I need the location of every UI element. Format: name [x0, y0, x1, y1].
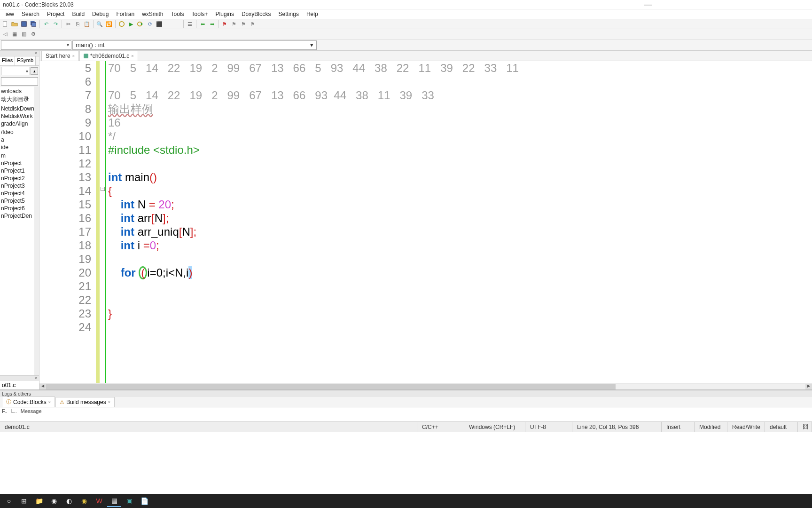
menu-doxyblocks[interactable]: DoxyBlocks	[238, 11, 275, 17]
horizontal-scrollbar[interactable]: ◀ ▶	[39, 383, 812, 389]
taskbar-app-icon[interactable]: ▣	[122, 495, 136, 507]
sidebar-tab-fsymb[interactable]: FSymb	[15, 56, 36, 65]
abort-icon[interactable]: ⬛	[155, 20, 164, 28]
buildrun-icon[interactable]	[136, 20, 145, 28]
replace-icon[interactable]: 🔁	[105, 20, 113, 28]
tree-item[interactable]: nProject1	[0, 167, 39, 175]
open-icon[interactable]	[10, 20, 19, 28]
menu-view[interactable]: iew	[2, 11, 18, 17]
paste-icon[interactable]: 📋	[83, 20, 91, 28]
fold-minus-icon[interactable]: −	[101, 187, 105, 191]
tab-start-here[interactable]: Start here ×	[41, 51, 79, 61]
tree-item[interactable]: NetdiskWork	[0, 112, 39, 120]
menu-project[interactable]: Project	[43, 11, 68, 17]
tree-item[interactable]: nProjectDen	[0, 212, 39, 220]
cut-icon[interactable]: ✂	[64, 20, 72, 28]
menu-debug[interactable]: Debug	[88, 11, 112, 17]
undo-icon[interactable]: ↶	[42, 20, 50, 28]
logs-tab-codeblocks[interactable]: ⓘ Code::Blocks ×	[2, 397, 55, 407]
jump-config-icon[interactable]: ⚙	[29, 30, 38, 39]
taskbar-explorer-icon[interactable]: 📁	[32, 495, 46, 507]
sidebar-file-tree[interactable]: wnloads 动大师目录 NetdiskDown NetdiskWork gr…	[0, 87, 39, 375]
tree-item[interactable]: 动大师目录	[0, 95, 39, 104]
jump-split-icon[interactable]: ▥	[20, 30, 28, 39]
menu-help[interactable]: Help	[303, 11, 322, 17]
redo-icon[interactable]: ↷	[51, 20, 60, 28]
menu-build[interactable]: Build	[68, 11, 88, 17]
bookmark-prev-icon[interactable]: ⚑	[230, 20, 238, 28]
menu-toolsplus[interactable]: Tools+	[188, 11, 212, 17]
tree-item[interactable]: nProject2	[0, 175, 39, 182]
tree-item[interactable]: a	[0, 136, 39, 143]
jump-back-icon[interactable]: ◁	[1, 30, 9, 39]
sidebar-tab-files[interactable]: Files	[0, 56, 15, 65]
bookmark-clear-icon[interactable]: ⚑	[249, 20, 257, 28]
tree-item[interactable]: nProject5	[0, 197, 39, 205]
tree-item[interactable]: gradeAlign	[0, 120, 39, 127]
nav-back-icon[interactable]: ⬅	[198, 20, 207, 28]
taskbar-app-icon[interactable]: ◐	[62, 495, 76, 507]
scroll-thumb[interactable]	[46, 384, 616, 389]
scope-class-dropdown[interactable]: ▾	[1, 40, 71, 50]
target-icon[interactable]: ☰	[186, 20, 194, 28]
build-icon[interactable]	[117, 20, 126, 28]
sidebar-close-bottom[interactable]: ×	[0, 375, 39, 381]
tree-item[interactable]: nProject4	[0, 190, 39, 197]
tree-item[interactable]: nProject3	[0, 182, 39, 190]
fold-margin[interactable]: −	[100, 61, 106, 383]
scroll-right-icon[interactable]: ▶	[805, 384, 812, 389]
taskbar-notepad-icon[interactable]: 📄	[137, 495, 151, 507]
logs-tab-build[interactable]: ⚠ Build messages ×	[55, 397, 115, 407]
menu-search[interactable]: Search	[18, 11, 43, 17]
taskbar-chrome-icon[interactable]: ◉	[47, 495, 61, 507]
tree-item[interactable]: wnloads	[0, 87, 39, 95]
tree-item[interactable]: m	[0, 152, 39, 159]
close-icon[interactable]: ×	[108, 400, 110, 405]
jump-list-icon[interactable]: ▦	[10, 30, 19, 39]
menu-wxsmith[interactable]: wxSmith	[138, 11, 167, 17]
scope-function-dropdown[interactable]: main() : int ▾	[72, 40, 317, 50]
taskbar-wps-icon[interactable]: W	[92, 495, 106, 507]
close-icon[interactable]: ×	[48, 400, 51, 405]
menu-plugins[interactable]: Plugins	[212, 11, 238, 17]
tree-item[interactable]: /Ideo	[0, 128, 39, 136]
bookmark-next-icon[interactable]: ⚑	[239, 20, 248, 28]
taskbar-app-icon[interactable]: ◉	[77, 495, 91, 507]
sidebar-open-file[interactable]: o01.c	[0, 381, 39, 389]
close-icon[interactable]: ×	[131, 54, 133, 58]
new-icon[interactable]	[1, 20, 9, 28]
editor-tabs: Start here × *ch06demo01.c ×	[39, 51, 812, 61]
status-ime[interactable]: 囧	[798, 422, 812, 432]
code-editor[interactable]: 56 78 910 1112 1314 1516 1718 1920 2122 …	[39, 61, 812, 383]
nav-fwd-icon[interactable]: ➡	[208, 20, 216, 28]
menu-tools[interactable]: Tools	[167, 11, 188, 17]
logs-body[interactable]: F.. L.. Message	[0, 407, 812, 421]
tree-item[interactable]: nProject6	[0, 205, 39, 212]
save-icon[interactable]	[20, 20, 28, 28]
taskbar-search-icon[interactable]: ○	[2, 495, 16, 507]
sidebar-filter-dropdown[interactable]: ▾	[1, 67, 30, 75]
code-line: for (i=0;i<N,i)	[108, 266, 812, 279]
minimize-button[interactable]: —	[644, 0, 652, 9]
menu-fortran[interactable]: Fortran	[112, 11, 138, 17]
scroll-left-icon[interactable]: ◀	[39, 384, 46, 389]
tree-item[interactable]: nProject	[0, 159, 39, 167]
sidebar-close-top[interactable]: ×	[0, 51, 39, 56]
tree-item[interactable]: NetdiskDown	[0, 105, 39, 112]
run-icon[interactable]: ▶	[127, 20, 135, 28]
bookmark-toggle-icon[interactable]: ⚑	[220, 20, 229, 28]
close-icon[interactable]: ×	[72, 54, 75, 58]
sidebar-scrollbar[interactable]	[34, 87, 39, 375]
code-content[interactable]: 70 5 14 22 19 2 99 67 13 66 5 93 44 38 2…	[106, 61, 812, 383]
taskbar-codeblocks-icon[interactable]: ▦	[107, 495, 121, 507]
tree-item[interactable]: ide	[0, 143, 39, 151]
tab-source-file[interactable]: *ch06demo01.c ×	[79, 51, 138, 61]
sidebar-search-input[interactable]	[1, 77, 38, 86]
sidebar-up-icon[interactable]: ▴	[31, 67, 38, 75]
rebuild-icon[interactable]: ⟳	[146, 20, 154, 28]
taskbar-taskview-icon[interactable]: ⊞	[17, 495, 31, 507]
menu-settings[interactable]: Settings	[275, 11, 303, 17]
saveall-icon[interactable]	[29, 20, 38, 28]
copy-icon[interactable]: ⎘	[73, 20, 82, 28]
find-icon[interactable]: 🔍	[95, 20, 104, 28]
